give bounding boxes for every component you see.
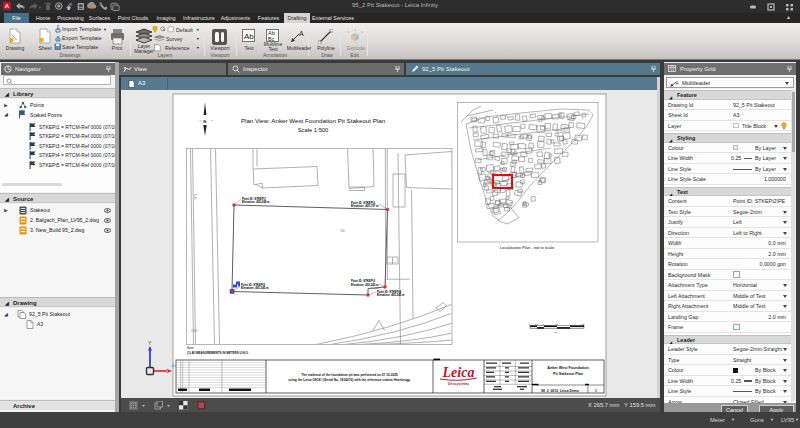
svg-text:Elevation: 405.245 m: Elevation: 405.245 m <box>377 293 405 297</box>
svg-text:Geosystems: Geosystems <box>448 382 469 386</box>
svg-text:Localization Plan - not to sca: Localization Plan - not to scale <box>500 245 555 250</box>
svg-text:7974: 7974 <box>194 193 198 200</box>
svg-text:Elevation: 405.248 m: Elevation: 405.248 m <box>242 200 270 204</box>
svg-text:Note:: Note: <box>187 346 194 350</box>
svg-text:N: N <box>203 119 206 124</box>
svg-text:2149: 2149 <box>191 329 198 333</box>
svg-text:Y: Y <box>148 340 152 346</box>
svg-text:Scale 1:500: Scale 1:500 <box>298 127 329 133</box>
svg-text:Ab: Ab <box>244 32 254 41</box>
svg-text:(m): (m) <box>554 331 558 333</box>
svg-text:Plan View: Anker West Foundati: Plan View: Anker West Foundation Pit Sta… <box>241 117 386 124</box>
svg-text:using the Leica GS18 I (Serial: using the Leica GS18 I (Serial No. 18342… <box>288 378 411 382</box>
svg-text:744: 744 <box>340 229 345 233</box>
svg-text:1: 1 <box>595 389 597 393</box>
svg-text:(1) All MEASUREMENTS IN METERS: (1) All MEASUREMENTS IN METERS U.N.O. <box>187 351 249 355</box>
svg-text:The stakeout of the foundation: The stakeout of the foundation pit was p… <box>301 373 398 377</box>
svg-text:A: A <box>299 30 304 37</box>
svg-text:Elevation: 405.245 m: Elevation: 405.245 m <box>241 286 269 290</box>
svg-text:98_2_0010_Leica Demo: 98_2_0010_Leica Demo <box>541 389 579 393</box>
svg-text:Pit Stakeout Plan: Pit Stakeout Plan <box>553 372 584 376</box>
svg-text:740 200: 740 200 <box>388 261 397 263</box>
svg-text:Anker West Foundation: Anker West Foundation <box>547 366 589 370</box>
svg-text:Elevation: 405.245 m: Elevation: 405.245 m <box>351 283 379 287</box>
svg-text:Leica: Leica <box>442 365 475 380</box>
svg-text:A: A <box>676 80 679 85</box>
svg-text:Elevation: 405.197 m: Elevation: 405.197 m <box>351 204 379 208</box>
